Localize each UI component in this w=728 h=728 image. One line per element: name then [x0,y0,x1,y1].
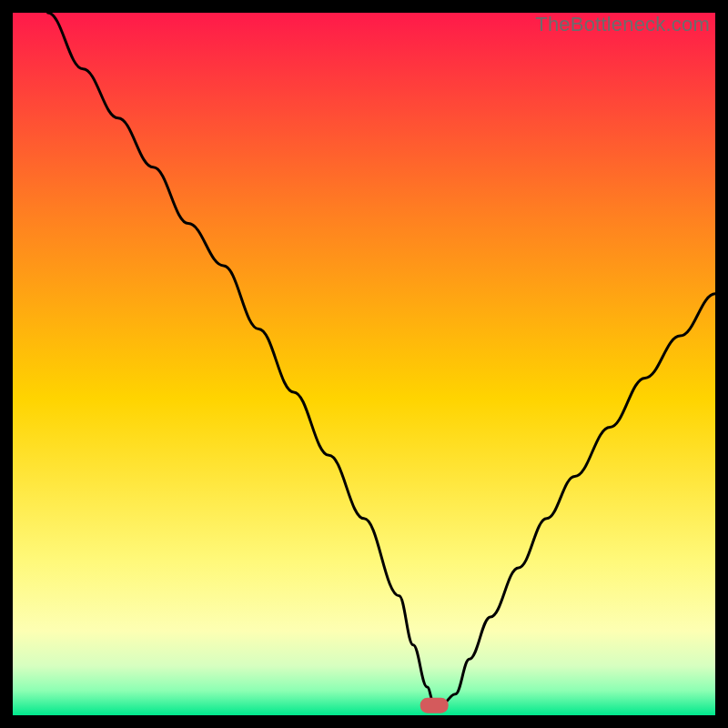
chart-frame: TheBottleneck.com [13,13,715,715]
optimal-marker [420,698,449,713]
bottleneck-chart [13,13,715,715]
watermark-text: TheBottleneck.com [535,13,710,36]
